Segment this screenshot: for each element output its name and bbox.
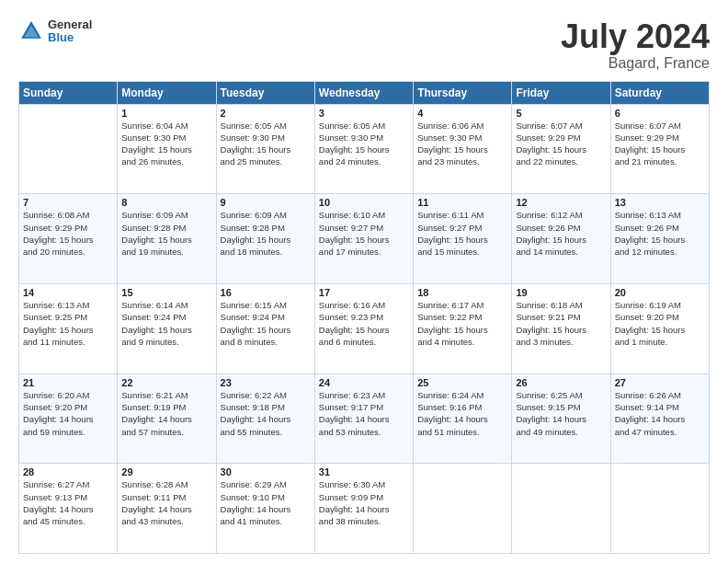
day-number: 29	[121, 466, 211, 477]
day-info: Sunrise: 6:24 AM Sunset: 9:16 PM Dayligh…	[417, 389, 507, 438]
calendar-cell: 23Sunrise: 6:22 AM Sunset: 9:18 PM Dayli…	[216, 373, 314, 464]
calendar-cell: 7Sunrise: 6:08 AM Sunset: 9:29 PM Daylig…	[19, 194, 118, 284]
day-number: 5	[516, 108, 606, 119]
calendar-cell: 26Sunrise: 6:25 AM Sunset: 9:15 PM Dayli…	[512, 373, 610, 464]
day-info: Sunrise: 6:20 AM Sunset: 9:20 PM Dayligh…	[23, 389, 113, 438]
logo-blue: Blue	[48, 31, 92, 44]
day-number: 12	[516, 197, 606, 208]
calendar-cell: 20Sunrise: 6:19 AM Sunset: 9:20 PM Dayli…	[610, 283, 709, 373]
title-block: July 2024 Bagard, France	[561, 18, 710, 72]
calendar-cell: 10Sunrise: 6:10 AM Sunset: 9:27 PM Dayli…	[314, 194, 413, 284]
day-number: 10	[319, 197, 409, 208]
day-number: 31	[319, 466, 409, 477]
subtitle: Bagard, France	[561, 55, 710, 72]
day-info: Sunrise: 6:13 AM Sunset: 9:25 PM Dayligh…	[23, 299, 113, 348]
weekday-header: Wednesday	[314, 81, 413, 104]
logo-general: General	[48, 18, 92, 31]
calendar-cell: 16Sunrise: 6:15 AM Sunset: 9:24 PM Dayli…	[216, 283, 314, 373]
calendar-cell: 15Sunrise: 6:14 AM Sunset: 9:24 PM Dayli…	[118, 283, 216, 373]
day-info: Sunrise: 6:08 AM Sunset: 9:29 PM Dayligh…	[23, 209, 113, 258]
calendar-week-row: 7Sunrise: 6:08 AM Sunset: 9:29 PM Daylig…	[19, 194, 710, 284]
calendar-cell: 11Sunrise: 6:11 AM Sunset: 9:27 PM Dayli…	[414, 194, 512, 284]
day-info: Sunrise: 6:09 AM Sunset: 9:28 PM Dayligh…	[121, 209, 211, 258]
logo-text: General Blue	[48, 18, 92, 45]
day-number: 7	[23, 197, 113, 208]
calendar-cell: 9Sunrise: 6:09 AM Sunset: 9:28 PM Daylig…	[216, 194, 314, 284]
calendar-cell: 6Sunrise: 6:07 AM Sunset: 9:29 PM Daylig…	[610, 104, 709, 194]
calendar-cell: 8Sunrise: 6:09 AM Sunset: 9:28 PM Daylig…	[118, 194, 216, 284]
calendar-cell	[414, 464, 512, 554]
weekday-header: Friday	[512, 81, 610, 104]
calendar-week-row: 28Sunrise: 6:27 AM Sunset: 9:13 PM Dayli…	[19, 464, 710, 554]
day-number: 27	[615, 377, 705, 388]
calendar-cell: 13Sunrise: 6:13 AM Sunset: 9:26 PM Dayli…	[610, 194, 709, 284]
calendar-cell: 17Sunrise: 6:16 AM Sunset: 9:23 PM Dayli…	[314, 283, 413, 373]
calendar-cell: 2Sunrise: 6:05 AM Sunset: 9:30 PM Daylig…	[216, 104, 314, 194]
calendar-cell	[610, 464, 709, 554]
day-number: 11	[417, 197, 507, 208]
day-info: Sunrise: 6:21 AM Sunset: 9:19 PM Dayligh…	[121, 389, 211, 438]
day-number: 20	[615, 287, 705, 298]
day-info: Sunrise: 6:09 AM Sunset: 9:28 PM Dayligh…	[221, 209, 311, 258]
calendar-cell: 29Sunrise: 6:28 AM Sunset: 9:11 PM Dayli…	[118, 464, 216, 554]
calendar-cell: 24Sunrise: 6:23 AM Sunset: 9:17 PM Dayli…	[314, 373, 413, 464]
day-number: 2	[221, 108, 311, 119]
day-info: Sunrise: 6:12 AM Sunset: 9:26 PM Dayligh…	[516, 209, 606, 258]
day-number: 28	[23, 466, 113, 477]
weekday-header: Saturday	[610, 81, 709, 104]
day-info: Sunrise: 6:16 AM Sunset: 9:23 PM Dayligh…	[319, 299, 409, 348]
day-number: 24	[319, 377, 409, 388]
day-number: 13	[615, 197, 705, 208]
day-number: 1	[121, 108, 211, 119]
day-number: 23	[221, 377, 311, 388]
calendar-cell: 25Sunrise: 6:24 AM Sunset: 9:16 PM Dayli…	[414, 373, 512, 464]
day-info: Sunrise: 6:05 AM Sunset: 9:30 PM Dayligh…	[221, 120, 311, 168]
day-info: Sunrise: 6:28 AM Sunset: 9:11 PM Dayligh…	[121, 478, 211, 527]
weekday-header: Tuesday	[216, 81, 314, 104]
day-number: 21	[23, 377, 113, 388]
weekday-header: Monday	[118, 81, 216, 104]
day-number: 3	[319, 108, 409, 119]
logo-icon	[18, 18, 44, 44]
day-number: 6	[615, 108, 705, 119]
calendar-cell: 1Sunrise: 6:04 AM Sunset: 9:30 PM Daylig…	[118, 104, 216, 194]
calendar-header-row: SundayMondayTuesdayWednesdayThursdayFrid…	[19, 81, 710, 104]
day-number: 30	[221, 466, 311, 477]
day-info: Sunrise: 6:07 AM Sunset: 9:29 PM Dayligh…	[516, 120, 606, 168]
day-number: 19	[516, 287, 606, 298]
header: General Blue July 2024 Bagard, France	[18, 18, 710, 72]
day-info: Sunrise: 6:19 AM Sunset: 9:20 PM Dayligh…	[615, 299, 705, 348]
day-info: Sunrise: 6:23 AM Sunset: 9:17 PM Dayligh…	[319, 389, 409, 438]
calendar-cell: 30Sunrise: 6:29 AM Sunset: 9:10 PM Dayli…	[216, 464, 314, 554]
calendar-week-row: 14Sunrise: 6:13 AM Sunset: 9:25 PM Dayli…	[19, 283, 710, 373]
calendar-cell	[512, 464, 610, 554]
day-number: 9	[221, 197, 311, 208]
day-info: Sunrise: 6:18 AM Sunset: 9:21 PM Dayligh…	[516, 299, 606, 348]
day-info: Sunrise: 6:30 AM Sunset: 9:09 PM Dayligh…	[319, 478, 409, 527]
calendar-cell: 31Sunrise: 6:30 AM Sunset: 9:09 PM Dayli…	[314, 464, 413, 554]
day-number: 26	[516, 377, 606, 388]
day-number: 18	[417, 287, 507, 298]
day-info: Sunrise: 6:13 AM Sunset: 9:26 PM Dayligh…	[615, 209, 705, 258]
calendar-cell: 28Sunrise: 6:27 AM Sunset: 9:13 PM Dayli…	[19, 464, 118, 554]
calendar-week-row: 21Sunrise: 6:20 AM Sunset: 9:20 PM Dayli…	[19, 373, 710, 464]
logo: General Blue	[18, 18, 92, 45]
calendar-table: SundayMondayTuesdayWednesdayThursdayFrid…	[18, 81, 710, 554]
day-number: 15	[121, 287, 211, 298]
day-info: Sunrise: 6:17 AM Sunset: 9:22 PM Dayligh…	[417, 299, 507, 348]
day-number: 16	[221, 287, 311, 298]
day-number: 8	[121, 197, 211, 208]
day-info: Sunrise: 6:14 AM Sunset: 9:24 PM Dayligh…	[121, 299, 211, 348]
day-info: Sunrise: 6:06 AM Sunset: 9:30 PM Dayligh…	[417, 120, 507, 168]
day-info: Sunrise: 6:25 AM Sunset: 9:15 PM Dayligh…	[516, 389, 606, 438]
calendar-cell	[19, 104, 118, 194]
day-info: Sunrise: 6:05 AM Sunset: 9:30 PM Dayligh…	[319, 120, 409, 168]
page: General Blue July 2024 Bagard, France Su…	[0, 0, 728, 563]
day-info: Sunrise: 6:11 AM Sunset: 9:27 PM Dayligh…	[417, 209, 507, 258]
day-number: 25	[417, 377, 507, 388]
calendar-cell: 12Sunrise: 6:12 AM Sunset: 9:26 PM Dayli…	[512, 194, 610, 284]
day-info: Sunrise: 6:22 AM Sunset: 9:18 PM Dayligh…	[221, 389, 311, 438]
weekday-header: Thursday	[414, 81, 512, 104]
day-info: Sunrise: 6:15 AM Sunset: 9:24 PM Dayligh…	[221, 299, 311, 348]
day-info: Sunrise: 6:07 AM Sunset: 9:29 PM Dayligh…	[615, 120, 705, 168]
